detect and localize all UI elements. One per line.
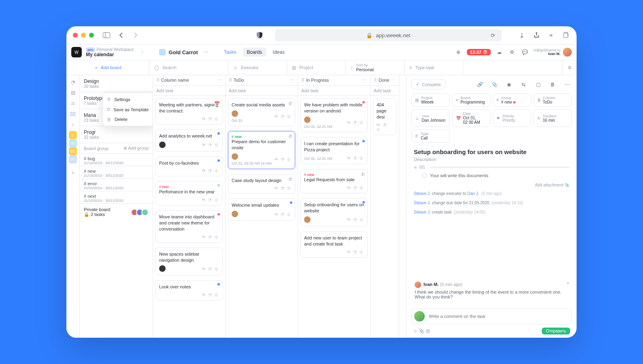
- task-card[interactable]: Welocme email updates ⇆ ◔ ◎: [228, 199, 295, 221]
- add-task-button[interactable]: Add task: [370, 86, 399, 96]
- add-circle-icon[interactable]: ⊕: [454, 48, 463, 57]
- close-icon[interactable]: [73, 33, 78, 38]
- filter-type[interactable]: ≡Type task: [405, 60, 463, 75]
- task-card[interactable]: Add analytics to weeek.net ⇆ ◔ ◎: [155, 129, 223, 152]
- trash-icon[interactable]: 🗑: [548, 80, 557, 89]
- card-actions[interactable]: ⇆ ◔ ◎: [347, 250, 364, 254]
- add-task-button[interactable]: Add task: [226, 86, 298, 96]
- shield-icon[interactable]: [255, 31, 264, 40]
- card-actions[interactable]: ⇆ ◔ ◎: [377, 123, 393, 131]
- card-actions[interactable]: ⇆ ◔ ◎: [347, 156, 364, 160]
- task-card[interactable]: Post by co-faundres⇆ ◔ ◎: [155, 157, 223, 177]
- card-actions[interactable]: ⇆ ◔ ◎: [202, 116, 219, 121]
- task-card[interactable]: I can create presentation for Pizza proj…: [300, 137, 368, 165]
- filter-project[interactable]: ▥Project: [287, 60, 346, 75]
- collapse-sidebar-icon[interactable]: ‹: [138, 48, 147, 57]
- task-card[interactable]: # newLegal Requests from sale✆⇆ ◔ ◎: [300, 169, 368, 193]
- column-menu-icon[interactable]: ⋯: [391, 78, 396, 83]
- project-menu-icon[interactable]: ⋯: [204, 49, 209, 55]
- rail-project-chip[interactable]: GC: [69, 139, 77, 147]
- reload-icon[interactable]: ⟳: [489, 31, 498, 40]
- group-item[interactable]: # error21/10/2019 - 30/11/2020: [80, 178, 153, 191]
- rail-project-chip[interactable]: GC: [69, 155, 77, 163]
- task-property[interactable]: ▥ProjectWeeek: [411, 93, 450, 107]
- comment-close-icon[interactable]: ×: [567, 281, 569, 286]
- more-icon[interactable]: ⋯: [563, 80, 572, 89]
- task-card[interactable]: We have problem with mobile version on a…: [300, 98, 368, 132]
- group-item[interactable]: # next21/10/2019 - 30/11/2020: [80, 191, 153, 203]
- workspace-switcher[interactable]: proPersonal Workspace My calendar: [86, 47, 134, 57]
- card-actions[interactable]: ⇆ ◔ ◎: [275, 212, 292, 216]
- group-item[interactable]: # bug21/10/2019 - 30/11/2020: [80, 153, 153, 166]
- task-property[interactable]: ☺UserDan Johnson: [411, 109, 450, 127]
- download-icon[interactable]: ⤓: [517, 31, 526, 40]
- task-property[interactable]: ≣ColumnToDo: [534, 93, 572, 107]
- rail-check-icon[interactable]: ◔: [69, 78, 77, 86]
- column-menu-icon[interactable]: ⋯: [217, 78, 222, 83]
- archive-icon[interactable]: ▢: [534, 80, 543, 89]
- card-actions[interactable]: ⇆ ◔ ◎: [202, 267, 219, 271]
- board-item[interactable]: Prototype7 tasks⋯⚙Settings⧉Save as Templ…: [80, 92, 153, 109]
- view-tasks[interactable]: Tasks: [220, 48, 241, 57]
- complete-button[interactable]: ✓Complete: [411, 79, 445, 89]
- card-actions[interactable]: ⇆ ◔ ◎: [275, 186, 292, 190]
- filter-executor[interactable]: ☺Executor: [228, 60, 287, 75]
- minimize-icon[interactable]: [81, 33, 86, 38]
- nav-forward-icon[interactable]: [131, 31, 140, 40]
- task-card[interactable]: New spaces sidebar navigation design ⇆ ◔…: [155, 248, 223, 276]
- task-card[interactable]: Case study layout design✆⇆ ◔ ◎: [228, 174, 295, 194]
- task-property[interactable]: #Group# new: [493, 93, 531, 107]
- rail-sliders-icon[interactable]: ⚎: [69, 99, 77, 107]
- task-card[interactable]: Setup onboarding for users on website ⇆ …: [300, 198, 368, 226]
- sidebar-toggle-icon[interactable]: [102, 31, 111, 40]
- rail-add-icon[interactable]: ＋: [69, 169, 77, 176]
- add-board-button[interactable]: ＋Add board: [66, 60, 149, 75]
- gear-icon[interactable]: ⚙: [508, 48, 517, 57]
- task-card[interactable]: Add new user to team project and create …: [300, 231, 368, 258]
- view-boards[interactable]: Boards: [243, 48, 266, 57]
- task-title[interactable]: Setup onboarding for users on website: [407, 143, 577, 157]
- column-header[interactable]: ⠿ ToDo⋯: [226, 75, 298, 86]
- task-card[interactable]: Create social media assets✆ Oct 31⇆ ◔ ◎: [228, 98, 295, 126]
- menu-item[interactable]: 🗑Delete: [103, 114, 153, 124]
- mention-icon[interactable]: @: [426, 328, 430, 333]
- menu-item[interactable]: ⚙Settings: [103, 94, 153, 104]
- timer-badge[interactable]: 13:37 ⏱: [467, 49, 491, 55]
- card-actions[interactable]: ⇆ ◔ ◎: [202, 235, 219, 239]
- maximize-icon[interactable]: [89, 33, 94, 38]
- filter-sort[interactable]: ↕Sort byPersonal: [346, 60, 405, 75]
- card-actions[interactable]: ⇆ ◔ ◎: [275, 157, 292, 161]
- send-button[interactable]: Отправить: [542, 328, 570, 334]
- task-property[interactable]: ≡BoardProgramming: [452, 93, 491, 107]
- app-logo[interactable]: W: [71, 47, 82, 57]
- task-card[interactable]: Move teame into dashboard and create new…: [155, 210, 223, 243]
- add-group-button[interactable]: ⊕ Add group: [123, 146, 149, 151]
- task-card[interactable]: # textPerfomance in the new year⇆ ◔ ◎: [155, 181, 223, 205]
- rail-boards-icon[interactable]: ▯▯: [69, 110, 77, 117]
- task-card[interactable]: Look over notes⇆ ◔ ◎: [155, 280, 223, 301]
- rail-chart-icon[interactable]: ▤: [69, 89, 77, 96]
- chat-icon[interactable]: 💬: [521, 48, 530, 57]
- group-item[interactable]: # new21/10/2019 - 30/11/2020: [80, 166, 153, 178]
- current-user[interactable]: iv@goldcarrot.ru Ivan M.: [534, 48, 572, 57]
- task-card[interactable]: # newPrepare demo for customer onsite✆ O…: [228, 131, 295, 169]
- view-ideas[interactable]: Ideas: [269, 48, 289, 57]
- card-actions[interactable]: ⇆ ◔ ◎: [347, 185, 364, 190]
- menu-item[interactable]: ⧉Save as Template: [103, 104, 153, 114]
- attach-file-icon[interactable]: 📎: [419, 328, 424, 333]
- task-card[interactable]: 404 page desi⇆ ◔ ◎: [373, 98, 396, 135]
- rail-search-icon[interactable]: ⌕: [69, 121, 77, 128]
- comment-input[interactable]: [428, 311, 569, 322]
- board-item[interactable]: Design16 tasks: [80, 75, 153, 92]
- share-task-icon[interactable]: ⇆: [519, 80, 528, 89]
- task-card[interactable]: Meeting with partners, signing the contr…: [155, 98, 223, 125]
- attachment-icon[interactable]: 📎: [490, 80, 499, 89]
- add-task-button[interactable]: Add task: [298, 86, 370, 96]
- rail-project-chip[interactable]: 2: [69, 131, 77, 139]
- task-property[interactable]: ✆TypeCall: [411, 129, 450, 143]
- column-menu-icon[interactable]: ⋯: [362, 78, 367, 83]
- subtask-item[interactable]: ◯Your will write this documents: [414, 169, 569, 178]
- card-actions[interactable]: ⇆ ◔ ◎: [202, 197, 219, 202]
- private-board[interactable]: Private board 🔒 2 tasks: [80, 203, 153, 220]
- link-icon[interactable]: 🔗: [475, 80, 484, 89]
